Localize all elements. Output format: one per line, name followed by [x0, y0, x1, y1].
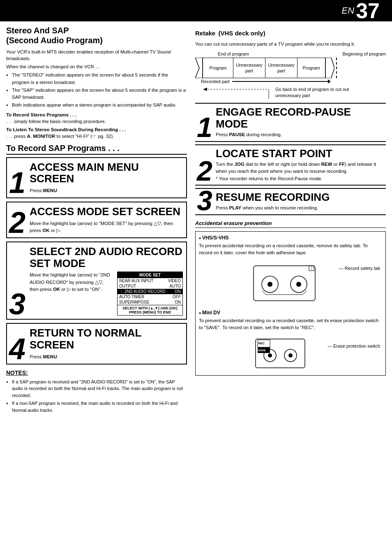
erasure-section: Accidental erasure prevention VHS/S-VHS … [195, 220, 386, 376]
retake-title: Retake (VHS deck only) [195, 26, 265, 38]
diagram-program-1: Program [203, 58, 233, 78]
record-safety-tab-label: — Record safety tab [339, 266, 380, 271]
svg-marker-4 [203, 88, 207, 91]
mini-dv-title: Mini DV [199, 310, 382, 316]
svg-marker-0 [195, 58, 203, 78]
mode-label-1: REAR AUX INPUT [119, 279, 153, 283]
vhs-title: VHS/S-VHS [199, 235, 382, 241]
step-2-box: 2 ACCESS MODE SET SCREEN Move the highli… [6, 202, 187, 238]
mode-label-2: OUTPUT [119, 284, 136, 288]
stereo-when: When the channel is changed on the VCR .… [6, 63, 187, 70]
diagram-program-2: Program [297, 58, 325, 78]
right-step-3: 3 RESUME RECORDING Press PLAY when you w… [195, 188, 386, 215]
svg-text:SAVE: SAVE [258, 349, 266, 352]
mode-value-1: VIDEO [168, 279, 181, 283]
diagram-top-labels: End of program Beginning of program [195, 51, 386, 56]
stereo-bullets: The "STEREO" indication appears on the s… [6, 72, 187, 109]
left-column: Stereo And SAP(Second Audio Program) You… [6, 26, 187, 415]
go-back-text: Go back to end of program to cut outunne… [275, 86, 349, 99]
notes-section: NOTES: If a SAP program is received and … [6, 369, 187, 414]
erase-protection-label: — Erase protection switch [327, 343, 380, 349]
step-3-content: 3 SELECT 2ND AUDIO RECORD SET MODE Move … [7, 242, 186, 319]
stereo-bullet-2: The "SAP" indication appears on the scre… [6, 87, 187, 101]
step-3-title: SELECT 2ND AUDIO RECORD SET MODE [30, 246, 183, 269]
mode-set-row-5: SUPERIMPOSE ON [118, 300, 182, 305]
retake-intro: You can cut out unnecessary parts of a T… [195, 41, 386, 47]
step-2-title: ACCESS MODE SET SCREEN [30, 206, 183, 218]
svg-rect-5 [254, 266, 315, 301]
right-column: Retake (VHS deck only) You can cut out u… [195, 26, 386, 415]
vhs-cassette-diagram: — Record safety tab [199, 260, 382, 305]
dashed-vertical [336, 58, 337, 78]
sub2-heading: To Listen To Stereo Soundtrack During Re… [6, 127, 187, 132]
stereo-bullet-3: Both indications appear when a stereo pr… [6, 102, 187, 109]
mode-set-row-1: REAR AUX INPUT VIDEO [118, 278, 182, 283]
sub2-text: . . . press A. MONITOR to select "HI-FI"… [6, 133, 187, 139]
diagram-unnecessary-2: Unnecessarypart [265, 58, 297, 78]
right-step-2: 2 LOCATE START POINT Turn the JOG dial t… [195, 144, 386, 186]
mode-value-2: AUTO [169, 284, 181, 288]
sub1-text: . . . simply follow the basic recording … [6, 118, 187, 125]
step-1-content: 1 ACCESS MAIN MENU SCREEN Press MENU. [7, 158, 186, 197]
diagram-unnecessary-1: Unnecessarypart [233, 58, 265, 78]
mode-label-3: → 2ND AUDIO RECORD [119, 289, 166, 294]
sap-title: To Record SAP Programs . . . [6, 144, 187, 155]
go-back-area: Go back to end of program to cut outunne… [195, 86, 386, 100]
step-4-number: 4 [7, 334, 27, 364]
step-4-box: 4 RETURN TO NORMAL SCREEN Press MENU. [6, 323, 187, 364]
mini-dv-svg: REC SAVE [245, 335, 336, 372]
stereo-bullet-1: The "STEREO" indication appears on the s… [6, 72, 187, 86]
beginning-of-program-label: Beginning of program [343, 51, 386, 56]
right-step-3-title: RESUME RECORDING [216, 191, 383, 203]
mode-label-5: SUPERIMPOSE [119, 300, 149, 304]
vhs-cassette-svg [245, 260, 336, 305]
note-2: If a non-SAP program is received, the ma… [6, 400, 187, 413]
mode-value-4: OFF [173, 295, 181, 299]
step-1-title: ACCESS MAIN MENU SCREEN [30, 161, 183, 185]
svg-text:REC: REC [258, 342, 265, 345]
step-2-body: Move the highlight bar (arrow) to "MODE … [30, 220, 183, 235]
mode-set-table: MODE SET REAR AUX INPUT VIDEO OUTPUT AUT… [117, 272, 183, 316]
mode-label-4: AUTO TIMER [119, 295, 144, 299]
retake-subtitle: (VHS deck only) [218, 30, 265, 37]
mini-dv-diagram: REC SAVE — Erase protection switch [199, 335, 382, 372]
mode-set-row-4: AUTO TIMER OFF [118, 294, 182, 300]
step-1-number: 1 [7, 168, 27, 197]
right-step-1-number: 1 [195, 113, 214, 141]
right-chevron [325, 58, 334, 78]
right-step-3-number: 3 [195, 186, 214, 214]
stereo-sap-section: Stereo And SAP(Second Audio Program) You… [6, 26, 187, 139]
stereo-sap-title: Stereo And SAP(Second Audio Program) [6, 26, 187, 45]
page-number: 37 [356, 0, 380, 21]
page-header: EN 37 [0, 0, 392, 21]
right-step-1: 1 ENGAGE RECORD-PAUSE MODE Press PAUSE d… [195, 103, 386, 142]
recorded-part-label: Recorded part [201, 79, 230, 84]
mode-value-5: ON [175, 300, 181, 304]
right-step-2-number: 2 [195, 157, 214, 185]
step-3-number: 3 [7, 289, 27, 319]
step-3-box: 3 SELECT 2ND AUDIO RECORD SET MODE Move … [6, 242, 187, 320]
step-3-inner: Move the highlight bar (arrow) to "2ND A… [30, 272, 183, 316]
right-step-2-body: Turn the JOG dial to the left or right (… [216, 161, 383, 182]
left-chevron [195, 58, 203, 78]
svg-point-9 [296, 282, 301, 287]
mode-set-footer: SELECT WITH (▲,▼) AND (OK)PRESS (MENU) T… [118, 305, 182, 315]
recorded-arrow [232, 81, 329, 82]
mode-set-row-2: OUTPUT AUTO [118, 283, 182, 289]
retake-diagram: End of program Beginning of program Prog… [195, 51, 386, 100]
svg-point-14 [268, 353, 272, 358]
svg-marker-1 [325, 58, 334, 78]
stereo-intro: Your VCR's built-in MTS decoder enables … [6, 49, 187, 62]
notes-title: NOTES: [6, 369, 187, 376]
step-4-body: Press MENU. [30, 353, 183, 360]
mode-value-3: ON [175, 289, 181, 294]
notes-list: If a SAP program is received and "2ND AU… [6, 379, 187, 414]
end-of-program-label: End of program [218, 51, 343, 56]
mini-dv-section: Mini DV To prevent accidental recording … [199, 310, 382, 372]
step-1-box: 1 ACCESS MAIN MENU SCREEN Press MENU. [6, 157, 187, 198]
mini-dv-text: To prevent accidental recording on a rec… [199, 317, 382, 332]
go-back-dashed-box [201, 87, 273, 100]
mode-set-header: MODE SET [118, 272, 182, 278]
step-2-number: 2 [7, 208, 27, 237]
right-step-1-body: Press PAUSE during recording. [216, 131, 383, 138]
